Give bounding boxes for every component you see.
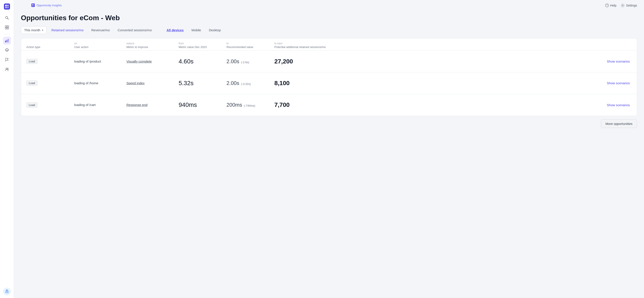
svg-point-14 (6, 68, 7, 69)
user-action-cell-1: loading of /product (74, 59, 126, 63)
rec-value-cell-2: 2.00s (-3.32s) (226, 80, 274, 86)
filter-retained-sessions[interactable]: Retained sessions/mo (48, 26, 86, 34)
sidebar-users-icon[interactable] (3, 65, 11, 73)
settings-label: Settings (626, 4, 637, 7)
topnav: ? Help Settings (598, 0, 644, 11)
col-metric: reduce Metric to improve (126, 38, 178, 50)
user-action-cell-2: loading of /home (74, 81, 126, 85)
date-filter-dropdown[interactable]: This month ▾ (21, 26, 46, 34)
user-action-text-2: loading of /home (74, 81, 98, 85)
show-scenarios-btn-2[interactable]: Show scenarios (607, 81, 632, 85)
sidebar-divider (4, 34, 10, 34)
svg-rect-0 (4, 3, 10, 9)
metric-link-3[interactable]: Response end (126, 103, 148, 107)
col-metric-value: from Metric value Dec 2023 (178, 38, 226, 50)
col-sub-rec-value: to (226, 42, 274, 45)
col-main-earn: Potential additional retained sessions/m… (274, 45, 632, 49)
opportunities-table: Action type On User action reduce Metric… (21, 38, 637, 116)
col-sub-action-type (26, 42, 74, 45)
user-action-text-3: loading of /cart (74, 103, 96, 107)
action-type-badge-3: Load (26, 103, 38, 108)
table-row: Load loading of /home Speed index 5.32s … (21, 72, 637, 94)
rec-value-2: 2.00s (226, 80, 239, 86)
rec-delta-3: (-740ms) (244, 104, 255, 107)
rec-delta-2: (-3.32s) (241, 82, 251, 86)
table-header: Action type On User action reduce Metric… (21, 38, 637, 51)
metric-link-1[interactable]: Visually complete (126, 59, 152, 63)
svg-rect-10 (7, 28, 9, 29)
col-main-metric-value: Metric value Dec 2023 (178, 45, 226, 49)
svg-point-23 (622, 5, 623, 6)
main-content: ? Help Settings Opportunity Insights Opp… (14, 0, 644, 298)
user-action-text-1: loading of /product (74, 59, 101, 63)
help-label: Help (610, 4, 616, 7)
metric-value-cell-1: 4.60s (178, 58, 226, 65)
svg-rect-7 (5, 26, 7, 27)
svg-point-18 (6, 292, 6, 292)
action-type-cell-3: Load (26, 103, 74, 108)
filter-all-devices[interactable]: All devices (164, 26, 187, 34)
sidebar-search-icon[interactable] (3, 14, 11, 22)
svg-rect-11 (5, 41, 6, 42)
col-main-user-action: User action (74, 45, 126, 49)
svg-rect-12 (6, 40, 8, 42)
svg-point-19 (7, 292, 8, 292)
col-sub-metric-value: from (178, 42, 226, 45)
sidebar-grid-icon[interactable] (3, 23, 11, 31)
rec-value-1: 2.00s (226, 58, 239, 64)
filter-desktop[interactable]: Desktop (206, 26, 224, 34)
brand-header: Opportunity Insights (31, 3, 62, 7)
filter-label: Revenue/mo (92, 28, 110, 32)
sidebar-bot-icon[interactable] (3, 288, 11, 296)
svg-point-15 (7, 68, 8, 69)
show-scenarios-btn-1[interactable]: Show scenarios (607, 59, 632, 63)
rec-value-3: 200ms (226, 102, 242, 108)
svg-rect-1 (5, 5, 7, 6)
filter-bar: This month ▾ Retained sessions/mo Revenu… (21, 26, 637, 34)
settings-button[interactable]: Settings (621, 3, 637, 7)
filter-revenue[interactable]: Revenue/mo (88, 26, 113, 34)
earn-value-3: 7,700 (274, 101, 290, 108)
metric-cell-1: Visually complete (126, 59, 178, 63)
filter-label: All devices (167, 28, 184, 32)
table-row: Load loading of /cart Response end 940ms… (21, 94, 637, 116)
metric-link-2[interactable]: Speed index (126, 81, 144, 85)
svg-rect-2 (7, 5, 9, 6)
help-button[interactable]: ? Help (605, 3, 616, 7)
earn-value-1: 27,200 (274, 58, 293, 65)
more-opportunities-button[interactable]: More opportunities (601, 120, 637, 128)
action-type-cell-2: Load (26, 81, 74, 86)
col-rec-value: to Recommended value (226, 38, 274, 50)
filter-mobile[interactable]: Mobile (188, 26, 204, 34)
svg-rect-4 (7, 7, 9, 8)
date-label: This month (24, 28, 40, 32)
metric-value-cell-2: 5.32s (178, 80, 226, 87)
svg-text:?: ? (606, 4, 608, 7)
filter-converted-sessions[interactable]: Converted sessions/mo (115, 26, 155, 34)
metric-cell-2: Speed index (126, 81, 178, 85)
filter-label: Desktop (209, 28, 221, 32)
metric-value-cell-3: 940ms (178, 101, 226, 108)
rec-delta-1: (-2.6s) (241, 61, 249, 64)
brand-label: Opportunity Insights (36, 4, 62, 7)
sidebar-layers-icon[interactable] (3, 46, 11, 54)
earn-value-2: 8,100 (274, 80, 290, 87)
col-main-metric: Metric to improve (126, 45, 178, 49)
col-earn: to earn Potential additional retained se… (274, 38, 632, 50)
show-scenarios-btn-3[interactable]: Show scenarios (607, 103, 632, 107)
metric-cell-3: Response end (126, 103, 178, 107)
col-sub-user-action: On (74, 42, 126, 45)
chevron-down-icon: ▾ (42, 29, 43, 32)
filter-label: Converted sessions/mo (118, 28, 152, 32)
sidebar-chart-icon[interactable] (3, 37, 11, 44)
svg-rect-3 (5, 7, 7, 8)
action-type-badge-1: Load (26, 59, 38, 64)
filter-label: Mobile (192, 28, 201, 32)
logo[interactable] (3, 2, 11, 10)
col-user-action: On User action (74, 38, 126, 50)
sidebar-flag-icon[interactable] (3, 56, 11, 64)
col-sub-metric: reduce (126, 42, 178, 45)
svg-rect-24 (31, 3, 35, 7)
svg-line-6 (8, 18, 8, 19)
svg-rect-16 (5, 291, 9, 293)
